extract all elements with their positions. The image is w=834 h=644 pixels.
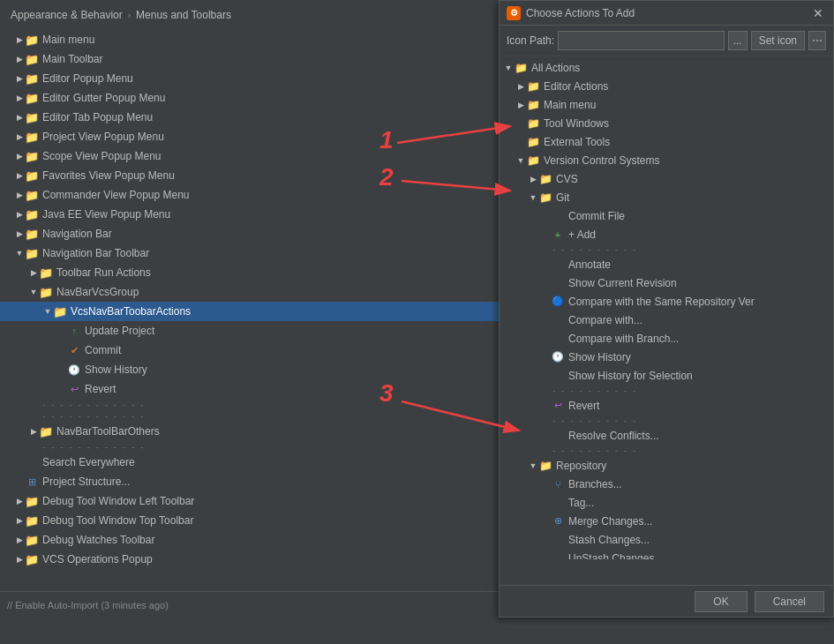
tree-item-commander-view-popup-menu[interactable]: 📁Commander View Popup Menu <box>0 185 503 205</box>
arrow-empty <box>14 476 25 487</box>
dialog-item-label: Annotate <box>568 258 611 271</box>
arrow <box>540 516 551 527</box>
dialog-tree-item-unstash-changes[interactable]: UnStash Changes... <box>500 549 833 559</box>
dialog-tree-item-commit-file[interactable]: Commit File <box>500 206 833 225</box>
item-label: Main menu <box>42 34 94 46</box>
action-icon <box>551 313 565 327</box>
dialog-tree-item-main-menu[interactable]: 📁Main menu <box>500 95 833 114</box>
dialog-tree-item-cvs[interactable]: 📁CVS <box>500 169 833 188</box>
folder-icon: 📁 <box>526 135 540 149</box>
dialog-item-label: All Actions <box>531 62 580 74</box>
tree-item-project-view-popup-menu[interactable]: 📁Project View Popup Menu <box>0 127 503 146</box>
tree-item-vcs-operations-popup[interactable]: 📁VCS Operations Popup <box>0 550 503 569</box>
dialog-item-label: Compare with... <box>568 314 642 326</box>
action-icon <box>551 551 565 560</box>
dialog-item-label: Main menu <box>544 99 596 111</box>
set-icon-button[interactable]: Set icon <box>751 31 805 50</box>
item-label: Project View Popup Menu <box>42 131 164 143</box>
icon-path-input[interactable] <box>558 31 725 50</box>
dialog-tree-item-show-history-d[interactable]: 🕐Show History <box>500 348 833 366</box>
item-label: Favorites View Popup Menu <box>42 169 175 182</box>
dialog-item-label: Compare with Branch... <box>568 333 679 345</box>
left-tree[interactable]: 📁Main menu📁Main Toolbar📁Editor Popup Men… <box>0 28 503 593</box>
dialog-tree-item-git[interactable]: 📁Git <box>500 188 833 206</box>
arrow <box>503 63 514 73</box>
item-label: Debug Tool Window Top Toolbar <box>42 514 193 527</box>
dialog-tree-item-stash-changes[interactable]: Stash Changes... <box>500 530 833 549</box>
extra-btn[interactable]: ⋯ <box>808 31 826 50</box>
tree-item-project-structure[interactable]: ⊞Project Structure... <box>0 472 503 491</box>
tree-item-commit[interactable]: ✔Commit <box>0 341 503 360</box>
tree-item-debug-tool-left[interactable]: 📁Debug Tool Window Left Toolbar <box>0 491 503 511</box>
arrow <box>515 155 526 166</box>
tree-item-show-history[interactable]: 🕐Show History <box>0 360 503 379</box>
tree-item-navigation-bar-toolbar[interactable]: 📁Navigation Bar Toolbar <box>0 243 503 263</box>
dialog-titlebar: ⚙ Choose Actions To Add ✕ <box>500 1 833 26</box>
add-icon: + <box>551 228 565 242</box>
item-label: Editor Gutter Popup Menu <box>42 92 165 104</box>
tree-item-vcsnavbartoobaractions[interactable]: 📁VcsNavBarToobarActions <box>0 302 503 321</box>
arrow <box>528 192 538 203</box>
icon-path-browse-button[interactable]: ... <box>728 31 748 50</box>
arrow-collapsed <box>14 515 25 526</box>
dialog-tree-item-vcs[interactable]: 📁Version Control Systems <box>500 151 833 169</box>
dialog-tree-item-add[interactable]: ++ Add <box>500 225 833 243</box>
ok-button[interactable]: OK <box>695 591 747 612</box>
dialog-tree-item-revert-d[interactable]: ↩Revert <box>500 396 833 415</box>
dialog-separator: - - - - - - - - - - <box>500 445 833 456</box>
tree-item-editor-popup-menu[interactable]: 📁Editor Popup Menu <box>0 69 503 88</box>
dialog-tree-item-branches[interactable]: ⑂Branches... <box>500 475 833 493</box>
dialog-tree-item-repository[interactable]: 📁Repository <box>500 456 833 475</box>
dialog-item-label: External Tools <box>544 136 610 148</box>
dialog-item-label: + Add <box>568 228 596 241</box>
dialog-item-label: Commit File <box>568 210 625 222</box>
folder-icon: 📁 <box>25 533 39 547</box>
dialog-tree-item-resolve-conflicts[interactable]: Resolve Conflicts... <box>500 426 833 445</box>
dialog-tree-item-compare-with[interactable]: Compare with... <box>500 311 833 329</box>
folder-icon: 📁 <box>538 191 552 205</box>
arrow-empty <box>56 345 67 356</box>
close-button[interactable]: ✕ <box>810 5 826 21</box>
arrow-collapsed <box>14 554 25 565</box>
dialog-tree-item-tag[interactable]: Tag... <box>500 493 833 512</box>
tree-item-debug-watches-toolbar[interactable]: 📁Debug Watches Toolbar <box>0 530 503 550</box>
tree-item-toolbar-run-actions[interactable]: 📁Toolbar Run Actions <box>0 263 503 282</box>
dialog-tree-item-show-history-selection[interactable]: Show History for Selection <box>500 366 833 385</box>
item-label: Debug Tool Window Left Toolbar <box>42 495 194 507</box>
tree-item-debug-tool-top[interactable]: 📁Debug Tool Window Top Toolbar <box>0 511 503 530</box>
tree-item-search-everywhere[interactable]: Search Everywhere <box>0 453 503 472</box>
arrow <box>515 118 526 129</box>
tree-item-navigation-bar[interactable]: 📁Navigation Bar <box>0 224 503 243</box>
dialog-item-label: Compare with the Same Repository Ver <box>568 296 755 308</box>
history-icon: 🕐 <box>551 350 565 364</box>
tree-item-revert[interactable]: ↩Revert <box>0 379 503 399</box>
dialog-tree-item-tool-windows[interactable]: 📁Tool Windows <box>500 114 833 132</box>
dialog-tree-item-editor-actions[interactable]: 📁Editor Actions <box>500 77 833 95</box>
compare-icon: 🔵 <box>551 295 565 309</box>
dialog-tree-item-show-current-revision[interactable]: Show Current Revision <box>500 273 833 292</box>
tree-item-update-project[interactable]: ↑Update Project <box>0 321 503 341</box>
tree-item-scope-view-popup-menu[interactable]: 📁Scope View Popup Menu <box>0 146 503 166</box>
tree-item-navbartoolbarothers[interactable]: 📁NavBarToolBarOthers <box>0 422 503 441</box>
cancel-button[interactable]: Cancel <box>755 591 824 612</box>
separator: - - - - - - - - - - - - <box>0 441 503 453</box>
tree-item-navbarvcsgroup[interactable]: 📁NavBarVcsGroup <box>0 282 503 302</box>
breadcrumb: Appearance & Behavior › Menus and Toolba… <box>0 0 503 28</box>
tree-item-main-toolbar[interactable]: 📁Main Toolbar <box>0 49 503 69</box>
dialog-tree-item-external-tools[interactable]: 📁External Tools <box>500 132 833 151</box>
arrow <box>540 553 551 560</box>
branch-icon: ⑂ <box>551 477 565 491</box>
dialog-tree-item-annotate[interactable]: Annotate <box>500 255 833 273</box>
tree-item-favorites-view-popup-menu[interactable]: 📁Favorites View Popup Menu <box>0 166 503 185</box>
dialog-tree-item-all-actions[interactable]: 📁All Actions <box>500 58 833 77</box>
dialog-tree-item-compare-with-branch[interactable]: Compare with Branch... <box>500 329 833 348</box>
tree-item-editor-tab-popup-menu[interactable]: 📁Editor Tab Popup Menu <box>0 108 503 127</box>
tree-item-main-menu[interactable]: 📁Main menu <box>0 30 503 49</box>
arrow <box>540 229 551 240</box>
arrow <box>540 211 551 221</box>
dialog-tree-item-compare-same-repo[interactable]: 🔵Compare with the Same Repository Ver <box>500 292 833 311</box>
dialog-tree[interactable]: 📁All Actions📁Editor Actions📁Main menu📁To… <box>500 56 833 559</box>
dialog-tree-item-merge-changes[interactable]: ⊕Merge Changes... <box>500 512 833 530</box>
tree-item-java-ee-view-popup-menu[interactable]: 📁Java EE View Popup Menu <box>0 205 503 224</box>
tree-item-editor-gutter-popup-menu[interactable]: 📁Editor Gutter Popup Menu <box>0 88 503 108</box>
